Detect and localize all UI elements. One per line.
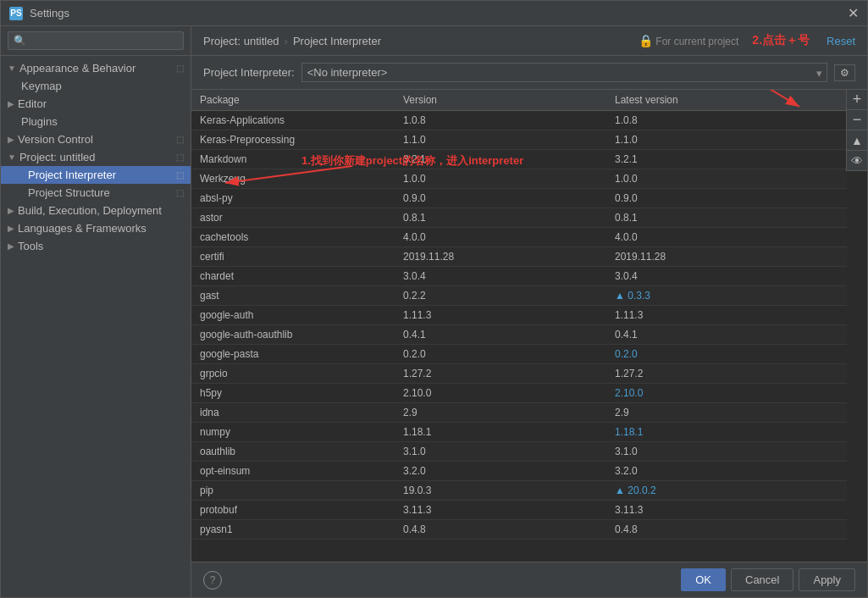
table-row[interactable]: google-auth 1.11.3 1.11.3: [191, 306, 847, 325]
table-row[interactable]: gast 0.2.2 ▲ 0.3.3: [191, 286, 847, 306]
expand-arrow-icon: ▶: [8, 224, 14, 233]
cell-latest: 4.0.0: [606, 228, 847, 246]
expand-arrow-icon: ▶: [8, 135, 14, 144]
dialog-buttons: OK Cancel Apply: [681, 568, 855, 591]
main-content: ▼ Appearance & Behavior ⬚ Keymap ▶ Edito…: [1, 26, 867, 597]
cell-version: 1.1.0: [395, 130, 606, 149]
cell-package: Keras-Applications: [191, 111, 395, 130]
cell-version: 1.18.1: [395, 423, 606, 441]
annotation-area: 2.点击＋号: [752, 33, 813, 48]
cell-package: Markdown: [191, 150, 395, 169]
table-row[interactable]: protobuf 3.11.3 3.11.3: [191, 501, 847, 520]
expand-arrow-icon: ▶: [8, 99, 14, 108]
sidebar-item-project-structure[interactable]: Project Structure ⬚: [1, 184, 191, 202]
sidebar-item-keymap[interactable]: Keymap: [1, 77, 191, 95]
close-button[interactable]: ✕: [848, 5, 859, 21]
table-row[interactable]: opt-einsum 3.2.0 3.2.0: [191, 462, 847, 481]
cell-version: 0.2.2: [395, 286, 606, 305]
upgrade-package-button[interactable]: ▲: [847, 130, 867, 151]
table-row[interactable]: h5py 2.10.0 2.10.0: [191, 384, 847, 403]
sidebar-item-version-control[interactable]: ▶ Version Control ⬚: [1, 130, 191, 148]
sidebar-item-languages-frameworks[interactable]: ▶ Languages & Frameworks: [1, 219, 191, 237]
sidebar-item-label: Editor: [18, 97, 47, 110]
cell-latest: 0.4.1: [606, 325, 847, 344]
table-row[interactable]: pyasn1 0.4.8 0.4.8: [191, 520, 847, 540]
cell-package: opt-einsum: [191, 462, 395, 480]
sidebar-item-label: Languages & Frameworks: [18, 222, 147, 235]
ok-button[interactable]: OK: [681, 568, 726, 591]
sidebar-item-build-execution[interactable]: ▶ Build, Execution, Deployment: [1, 202, 191, 219]
table-row[interactable]: google-auth-oauthlib 0.4.1 0.4.1: [191, 325, 847, 345]
reset-button[interactable]: Reset: [827, 35, 855, 47]
add-package-button[interactable]: +: [847, 90, 867, 110]
table-row[interactable]: pip 19.0.3 ▲ 20.0.2: [191, 481, 847, 501]
cancel-button[interactable]: Cancel: [731, 568, 793, 591]
table-row[interactable]: Markdown 3.2.1 3.2.1: [191, 150, 847, 169]
table-row[interactable]: cachetools 4.0.0 4.0.0: [191, 228, 847, 247]
cell-latest: 3.2.0: [606, 462, 847, 480]
cell-package: grpcio: [191, 364, 395, 383]
cell-package: certifi: [191, 247, 395, 266]
table-row[interactable]: grpcio 1.27.2 1.27.2: [191, 364, 847, 384]
sidebar-item-project-untitled[interactable]: ▼ Project: untitled ⬚: [1, 148, 191, 166]
cell-package: protobuf: [191, 501, 395, 519]
cell-latest: 0.9.0: [606, 189, 847, 208]
cell-package: Werkzeug: [191, 169, 395, 188]
sidebar-item-label: Project: untitled: [19, 151, 96, 163]
column-header-latest: Latest version: [606, 90, 847, 110]
cell-version: 3.2.1: [395, 150, 606, 169]
cell-version: 0.8.1: [395, 208, 606, 227]
table-header: Package Version Latest version: [191, 90, 867, 111]
sidebar-item-project-interpreter[interactable]: Project Interpreter ⬚: [1, 166, 191, 184]
annotation-step2: 2.点击＋号: [752, 33, 810, 47]
table-row[interactable]: Keras-Applications 1.0.8 1.0.8: [191, 111, 847, 130]
cell-version: 4.0.0: [395, 228, 606, 246]
cell-package: google-auth: [191, 306, 395, 324]
cell-package: idna: [191, 403, 395, 422]
remove-package-button[interactable]: −: [847, 110, 867, 130]
help-button[interactable]: ?: [203, 571, 222, 590]
table-row[interactable]: google-pasta 0.2.0 0.2.0: [191, 345, 847, 364]
interpreter-settings-button[interactable]: ⚙: [834, 64, 855, 81]
table-row[interactable]: oauthlib 3.1.0 3.1.0: [191, 442, 847, 462]
table-row[interactable]: astor 0.8.1 0.8.1: [191, 208, 847, 228]
table-body: Keras-Applications 1.0.8 1.0.8 Keras-Pre…: [191, 111, 867, 562]
for-project-label: 🔒 For current project: [639, 34, 738, 47]
cell-latest: ▲ 20.0.2: [606, 481, 847, 500]
sidebar-item-tools[interactable]: ▶ Tools: [1, 237, 191, 255]
table-row[interactable]: idna 2.9 2.9: [191, 403, 847, 423]
interpreter-label: Project Interpreter:: [203, 66, 295, 79]
breadcrumb-project: Project: untitled: [203, 35, 279, 47]
sidebar-item-plugins[interactable]: Plugins: [1, 113, 191, 130]
apply-button[interactable]: Apply: [799, 568, 855, 591]
interpreter-row: Project Interpreter: <No interpreter> ⚙: [191, 56, 867, 90]
cell-package: astor: [191, 208, 395, 227]
table-row[interactable]: Keras-Preprocessing 1.1.0 1.1.0: [191, 130, 847, 150]
view-package-button[interactable]: 👁: [847, 151, 867, 171]
cell-latest: 3.2.1: [606, 150, 847, 169]
cell-version: 3.2.0: [395, 462, 606, 480]
main-header: Project: untitled › Project Interpreter …: [191, 26, 867, 56]
cell-version: 0.4.1: [395, 325, 606, 344]
sidebar-item-label: Version Control: [18, 133, 93, 146]
cell-version: 2.9: [395, 403, 606, 422]
cell-latest: 1.0.8: [606, 111, 847, 130]
expand-arrow-icon: ▶: [8, 241, 14, 251]
interpreter-select[interactable]: <No interpreter>: [301, 63, 827, 82]
cell-version: 2.10.0: [395, 384, 606, 402]
sidebar-item-editor[interactable]: ▶ Editor: [1, 95, 191, 113]
cell-version: 3.1.0: [395, 442, 606, 461]
column-header-version: Version: [395, 90, 606, 110]
table-row[interactable]: Werkzeug 1.0.0 1.0.0: [191, 169, 847, 189]
window-title: Settings: [30, 7, 848, 19]
table-row[interactable]: chardet 3.0.4 3.0.4: [191, 267, 847, 286]
cell-package: absl-py: [191, 189, 395, 208]
table-row[interactable]: absl-py 0.9.0 0.9.0: [191, 189, 847, 208]
sidebar-item-appearance-behavior[interactable]: ▼ Appearance & Behavior ⬚: [1, 59, 191, 77]
cell-latest: 3.1.0: [606, 442, 847, 461]
table-row[interactable]: numpy 1.18.1 1.18.1: [191, 423, 847, 442]
search-input[interactable]: [8, 31, 184, 50]
table-row[interactable]: certifi 2019.11.28 2019.11.28: [191, 247, 847, 267]
packages-area: Package Version Latest version + − ▲ 👁 K…: [191, 90, 867, 562]
sync-icon: ⬚: [176, 64, 184, 73]
